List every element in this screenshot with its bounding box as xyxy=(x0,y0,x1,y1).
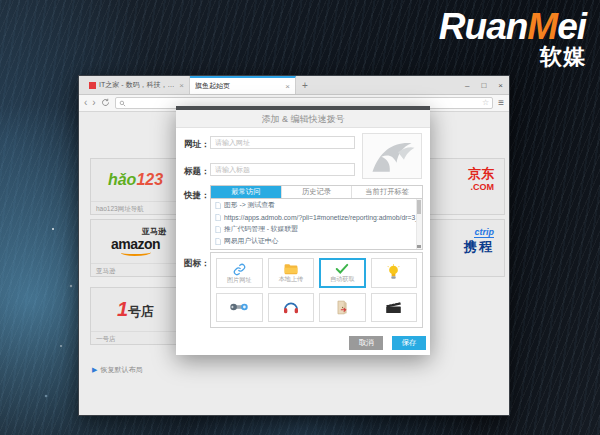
list-item-text: 推广代码管理 - 软媒联盟 xyxy=(224,224,298,234)
dialog-title: 添加 & 编辑快速拨号 xyxy=(176,110,430,128)
shortcut-label: 快捷： xyxy=(184,190,210,202)
gamepad-icon xyxy=(230,301,248,313)
card-caption: 一号店 xyxy=(91,331,180,344)
page-icon xyxy=(215,202,221,209)
list-item[interactable]: 网易用户认证中心 xyxy=(211,235,422,247)
tile-label: 图片网址 xyxy=(227,277,252,283)
window-controls: – □ × xyxy=(465,76,503,94)
scrollbar-end xyxy=(417,245,421,248)
desktop-wallpaper: RuanMei 软媒 IT之家 - 数码，科技，生活 × 旗鱼起始页 × + –… xyxy=(0,0,600,435)
check-icon xyxy=(335,263,349,275)
browser-window: IT之家 - 数码，科技，生活 × 旗鱼起始页 × + – □ × ‹ › xyxy=(78,75,510,416)
list-item[interactable]: https://apps.admob.com/?pli=1#monetize/r… xyxy=(211,211,422,223)
tab-startpage[interactable]: 旗鱼起始页 × xyxy=(190,76,296,94)
search-icon xyxy=(119,100,126,107)
folder-icon xyxy=(284,263,298,275)
tab-ithome[interactable]: IT之家 - 数码，科技，生活 × xyxy=(84,76,190,94)
title-label: 标题： xyxy=(184,166,210,178)
title-input[interactable] xyxy=(210,163,355,176)
speed-dial-jd[interactable]: 京东 .COM xyxy=(421,158,505,215)
scrollbar-thumb[interactable] xyxy=(417,200,421,214)
close-tab-icon[interactable]: × xyxy=(285,82,290,91)
tab-label: IT之家 - 数码，科技，生活 xyxy=(99,80,176,90)
cancel-button[interactable]: 取消 xyxy=(349,336,383,350)
jd-logo: 京东 .COM xyxy=(422,159,504,200)
new-tab-button[interactable]: + xyxy=(296,76,314,94)
card-caption: hao123网址导航 xyxy=(91,201,180,214)
dialog-footer: 取消 保存 xyxy=(349,336,426,350)
jd-com-text: .COM xyxy=(471,182,495,192)
tab-most-visited[interactable]: 最常访问 xyxy=(211,186,282,198)
list-item[interactable]: 图形 -> 测试查看 xyxy=(211,199,422,211)
hao123-logo-red: 123 xyxy=(136,171,163,188)
card-caption: 亚马逊 xyxy=(91,263,180,276)
page-icon xyxy=(215,238,221,245)
logo-ruan: Ruan xyxy=(439,6,528,47)
list-item-text: https://apps.admob.com/?pli=1#monetize/r… xyxy=(224,214,422,221)
tab-history[interactable]: 历史记录 xyxy=(282,186,353,198)
hao123-logo-green: hǎo xyxy=(108,171,136,188)
page-icon xyxy=(215,214,221,221)
tile-headphones[interactable] xyxy=(268,293,315,323)
sailfish-logo-icon xyxy=(368,137,416,175)
bookmark-star-icon[interactable]: ☆ xyxy=(482,99,489,107)
back-button[interactable]: ‹ xyxy=(84,98,87,108)
reload-icon xyxy=(101,98,110,107)
ctrip-logo: ctrip 携程 xyxy=(422,220,504,262)
list-item-text: 网易用户认证中心 xyxy=(224,236,278,246)
menu-icon[interactable]: ≡ xyxy=(498,98,504,108)
tile-local-upload[interactable]: 本地上传 xyxy=(268,258,315,288)
tab-bar: IT之家 - 数码，科技，生活 × 旗鱼起始页 × + – □ × xyxy=(79,76,509,95)
tile-door[interactable] xyxy=(319,293,366,323)
ruanmei-logo-subtitle: 软媒 xyxy=(439,46,586,68)
yihaodian-text: 号店 xyxy=(128,304,154,319)
list-item-text: 图形 -> 测试查看 xyxy=(224,200,275,210)
reload-button[interactable] xyxy=(101,98,110,109)
list-scrollbar[interactable] xyxy=(416,199,422,249)
close-window-button[interactable]: × xyxy=(498,81,503,90)
tile-image-url[interactable]: 图片网址 xyxy=(216,258,263,288)
ruanmei-logo: RuanMei 软媒 xyxy=(439,8,586,68)
minimize-button[interactable]: – xyxy=(465,81,469,90)
page-icon xyxy=(215,226,221,233)
wallpaper-sparkles xyxy=(0,0,2,2)
door-icon xyxy=(335,300,349,315)
clapperboard-icon xyxy=(385,300,402,314)
tile-label: 本地上传 xyxy=(278,276,303,282)
hao123-logo: hǎo123 xyxy=(91,159,180,200)
restore-default-layout-link[interactable]: ▶ 恢复默认布局 xyxy=(92,365,142,375)
yihaodian-1: 1 xyxy=(117,298,128,320)
flag-icon: ▶ xyxy=(92,366,97,374)
list-item[interactable]: 推广代码管理 - 软媒联盟 xyxy=(211,223,422,235)
tile-auto-fetch[interactable]: 自动获取 xyxy=(319,258,366,288)
tile-gamepad[interactable] xyxy=(216,293,263,323)
tile-label: 自动获取 xyxy=(330,276,355,282)
bulb-icon xyxy=(386,264,401,281)
speed-dial-dialog: 添加 & 编辑快速拨号 网址： 标题： 快捷： 最常访问 历史记录 当前打开标签 xyxy=(176,106,430,355)
url-label: 网址： xyxy=(184,139,210,151)
dialog-tab-group: 最常访问 历史记录 当前打开标签 xyxy=(210,185,423,199)
url-input[interactable] xyxy=(210,136,355,149)
tab-open-tabs[interactable]: 当前打开标签 xyxy=(352,186,422,198)
jd-cn-text: 京东 xyxy=(468,167,494,181)
restore-link-label: 恢复默认布局 xyxy=(100,365,142,375)
yihaodian-logo: 1号店 xyxy=(91,288,180,330)
suggestion-list: 图形 -> 测试查看 https://apps.admob.com/?pli=1… xyxy=(210,199,423,250)
tile-lightbulb[interactable] xyxy=(371,258,418,288)
tile-clapperboard[interactable] xyxy=(371,293,418,323)
ruanmei-logo-text: RuanMei xyxy=(439,8,586,45)
save-button[interactable]: 保存 xyxy=(392,336,426,350)
forward-button[interactable]: › xyxy=(92,98,95,108)
amazon-logo: 亚马逊 amazon xyxy=(91,220,180,262)
amazon-smile-icon xyxy=(121,249,151,256)
speed-dial-amazon[interactable]: 亚马逊 amazon 亚马逊 xyxy=(90,219,181,277)
icon-preview-box xyxy=(362,133,422,179)
headphones-icon xyxy=(283,300,299,314)
tab-label: 旗鱼起始页 xyxy=(195,81,282,91)
close-tab-icon[interactable]: × xyxy=(179,81,184,90)
speed-dial-yihaodian[interactable]: 1号店 一号店 xyxy=(90,287,181,345)
icon-picker-grid: 图片网址 本地上传 自动获取 xyxy=(210,252,423,328)
speed-dial-hao123[interactable]: hǎo123 hao123网址导航 xyxy=(90,158,181,215)
speed-dial-ctrip[interactable]: ctrip 携程 xyxy=(421,219,505,277)
maximize-button[interactable]: □ xyxy=(481,81,486,90)
